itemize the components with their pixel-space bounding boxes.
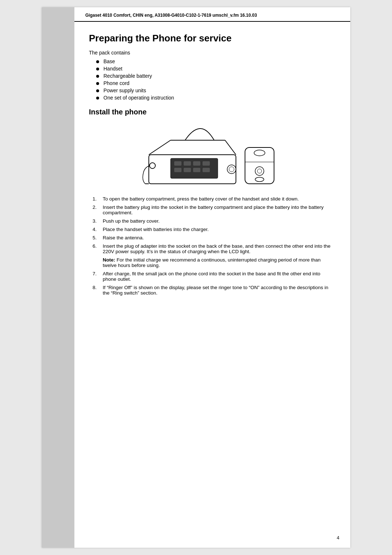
bullet-dot-icon bbox=[96, 75, 99, 78]
note-prefix: Note: bbox=[103, 257, 115, 263]
phone-illustration bbox=[89, 122, 332, 187]
svg-rect-10 bbox=[184, 168, 191, 172]
page-title: Preparing the Phone for service bbox=[89, 33, 332, 44]
pack-contains-label: The pack contains bbox=[89, 50, 332, 56]
svg-point-21 bbox=[257, 169, 262, 173]
svg-point-13 bbox=[150, 163, 155, 169]
document-page: Gigaset 4010 Comfort, CHIN eng, A31008-G… bbox=[42, 7, 350, 548]
svg-rect-17 bbox=[245, 147, 274, 184]
svg-rect-12 bbox=[203, 168, 210, 172]
phone-svg bbox=[142, 122, 279, 187]
bullet-list-item: One set of operating instruction bbox=[96, 95, 332, 101]
svg-point-16 bbox=[229, 167, 234, 172]
bullet-dot-icon bbox=[96, 97, 99, 100]
bullet-item-text: Power supply units bbox=[103, 88, 146, 93]
left-sidebar-bar bbox=[42, 7, 74, 548]
step-number: 2. bbox=[93, 204, 103, 210]
bullet-item-text: Phone cord bbox=[103, 80, 130, 86]
page-header: Gigaset 4010 Comfort, CHIN eng, A31008-G… bbox=[74, 7, 350, 22]
step-text: Push up the battery cover. bbox=[103, 218, 160, 224]
install-phone-title: Install the phone bbox=[89, 108, 332, 116]
bullet-dot-icon bbox=[96, 89, 99, 92]
numbered-step: 3.Push up the battery cover. bbox=[93, 218, 332, 224]
step-number: 6. bbox=[93, 243, 103, 249]
bullet-list: BaseHandsetRechargeable batteryPhone cor… bbox=[96, 58, 332, 101]
numbered-steps-list-2: 7.After charge, fit the small jack on th… bbox=[93, 271, 332, 296]
bullet-item-text: Handset bbox=[103, 66, 122, 72]
svg-point-15 bbox=[227, 165, 236, 174]
step-number: 4. bbox=[93, 227, 103, 232]
step-text: If “Ringer Off” is shown on the display,… bbox=[103, 285, 332, 296]
step-number: 1. bbox=[93, 196, 103, 202]
numbered-step: 2.Insert the battery plug into the socke… bbox=[93, 204, 332, 215]
numbered-step: 8.If “Ringer Off” is shown on the displa… bbox=[93, 285, 332, 296]
svg-point-18 bbox=[254, 150, 265, 156]
step-number: 3. bbox=[93, 218, 103, 224]
step-text: Raise the antenna. bbox=[103, 235, 144, 240]
step-text: After charge, fit the small jack on the … bbox=[103, 271, 332, 282]
bullet-list-item: Power supply units bbox=[96, 88, 332, 93]
svg-rect-7 bbox=[193, 161, 200, 166]
numbered-step: 1.To open the battery compartment, press… bbox=[93, 196, 332, 202]
step-text: To open the battery compartment, press t… bbox=[103, 196, 299, 202]
numbered-step: 6.Insert the plug of adapter into the so… bbox=[93, 243, 332, 254]
bullet-dot-icon bbox=[96, 60, 99, 63]
bullet-list-item: Phone cord bbox=[96, 80, 332, 86]
numbered-steps-list: 1.To open the battery compartment, press… bbox=[93, 196, 332, 254]
svg-rect-5 bbox=[174, 161, 181, 166]
note-block: Note: For the initial charge we recommen… bbox=[103, 257, 332, 268]
svg-line-1 bbox=[149, 140, 171, 155]
step-number: 8. bbox=[93, 285, 103, 290]
note-text: For the initial charge we recommend a co… bbox=[103, 257, 320, 268]
page-number: 4 bbox=[337, 535, 339, 540]
svg-point-22 bbox=[255, 177, 264, 182]
svg-line-2 bbox=[225, 140, 236, 155]
step-number: 5. bbox=[93, 235, 103, 240]
bullet-list-item: Base bbox=[96, 58, 332, 64]
svg-rect-8 bbox=[203, 161, 210, 166]
bullet-list-item: Rechargeable battery bbox=[96, 73, 332, 79]
bullet-dot-icon bbox=[96, 82, 99, 85]
bullet-item-text: Rechargeable battery bbox=[103, 73, 152, 79]
bullet-list-item: Handset bbox=[96, 66, 332, 72]
svg-rect-9 bbox=[174, 168, 181, 172]
numbered-step: 4.Place the handset with batteries into … bbox=[93, 227, 332, 232]
step-text: Insert the plug of adapter into the sock… bbox=[103, 243, 332, 254]
step-number: 7. bbox=[93, 271, 103, 276]
header-text: Gigaset 4010 Comfort, CHIN eng, A31008-G… bbox=[85, 13, 257, 18]
bullet-dot-icon bbox=[96, 68, 99, 70]
step-text: Place the handset with batteries into th… bbox=[103, 227, 209, 232]
numbered-step: 7.After charge, fit the small jack on th… bbox=[93, 271, 332, 282]
bullet-item-text: One set of operating instruction bbox=[103, 95, 174, 101]
svg-rect-6 bbox=[184, 161, 191, 166]
numbered-step: 5.Raise the antenna. bbox=[93, 235, 332, 240]
bullet-item-text: Base bbox=[103, 58, 115, 64]
step-text: Insert the battery plug into the socket … bbox=[103, 204, 332, 215]
svg-rect-11 bbox=[193, 168, 200, 172]
page-content: Preparing the Phone for service The pack… bbox=[74, 22, 350, 309]
svg-point-20 bbox=[255, 167, 264, 175]
